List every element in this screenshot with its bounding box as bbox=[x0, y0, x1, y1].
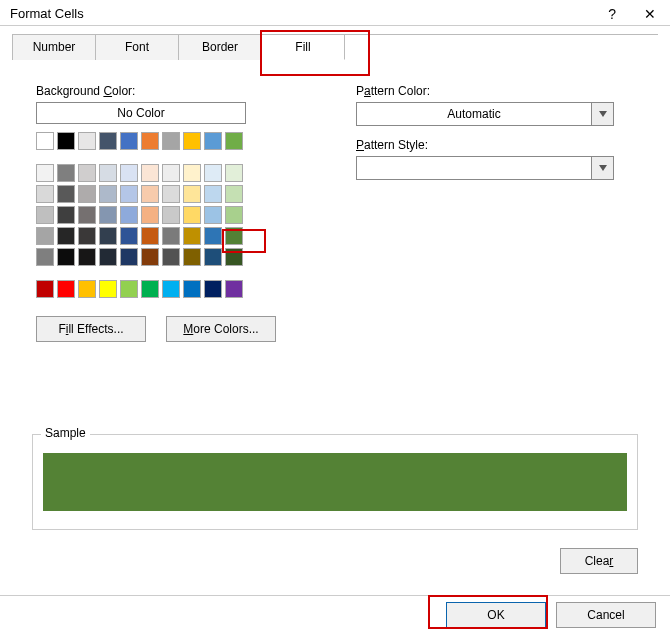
color-swatch[interactable] bbox=[57, 206, 75, 224]
color-swatch[interactable] bbox=[183, 227, 201, 245]
color-swatch[interactable] bbox=[57, 132, 75, 150]
color-swatch[interactable] bbox=[120, 227, 138, 245]
chevron-down-icon bbox=[591, 103, 613, 125]
titlebar: Format Cells ? ✕ bbox=[0, 0, 670, 25]
color-swatch[interactable] bbox=[36, 185, 54, 203]
color-swatch[interactable] bbox=[99, 185, 117, 203]
chevron-down-icon bbox=[591, 157, 613, 179]
sample-group: Sample bbox=[32, 434, 638, 530]
color-swatch[interactable] bbox=[225, 280, 243, 298]
color-swatch[interactable] bbox=[36, 248, 54, 266]
background-color-section: Background Color: No Color Fill Effects.… bbox=[36, 84, 316, 342]
titlebar-divider bbox=[0, 25, 670, 26]
color-swatch[interactable] bbox=[183, 206, 201, 224]
color-swatch[interactable] bbox=[99, 227, 117, 245]
color-swatch[interactable] bbox=[141, 206, 159, 224]
pattern-style-label: Pattern Style: bbox=[356, 138, 626, 152]
color-swatch[interactable] bbox=[57, 164, 75, 182]
color-swatch[interactable] bbox=[162, 185, 180, 203]
color-swatch[interactable] bbox=[141, 227, 159, 245]
color-swatch[interactable] bbox=[204, 164, 222, 182]
color-swatch[interactable] bbox=[162, 206, 180, 224]
color-swatch[interactable] bbox=[36, 132, 54, 150]
dialog-buttons: OK Cancel bbox=[446, 602, 656, 628]
more-colors-button[interactable]: More Colors... bbox=[166, 316, 276, 342]
color-swatch[interactable] bbox=[57, 248, 75, 266]
color-swatch[interactable] bbox=[120, 206, 138, 224]
color-swatch[interactable] bbox=[204, 248, 222, 266]
color-swatch[interactable] bbox=[204, 206, 222, 224]
pattern-color-dropdown[interactable]: Automatic bbox=[356, 102, 614, 126]
color-swatch[interactable] bbox=[162, 280, 180, 298]
color-swatch[interactable] bbox=[162, 227, 180, 245]
color-swatch[interactable] bbox=[36, 280, 54, 298]
color-swatch[interactable] bbox=[183, 248, 201, 266]
fill-effects-button[interactable]: Fill Effects... bbox=[36, 316, 146, 342]
color-swatch[interactable] bbox=[36, 164, 54, 182]
no-color-button[interactable]: No Color bbox=[36, 102, 246, 124]
color-swatch[interactable] bbox=[225, 227, 243, 245]
color-swatch[interactable] bbox=[99, 132, 117, 150]
cancel-button[interactable]: Cancel bbox=[556, 602, 656, 628]
color-palette bbox=[36, 132, 246, 298]
color-swatch[interactable] bbox=[120, 280, 138, 298]
close-button[interactable]: ✕ bbox=[644, 7, 656, 21]
color-swatch[interactable] bbox=[183, 164, 201, 182]
pattern-style-value bbox=[357, 157, 591, 179]
tab-fill[interactable]: Fill bbox=[261, 34, 345, 60]
color-swatch[interactable] bbox=[120, 132, 138, 150]
color-swatch[interactable] bbox=[78, 164, 96, 182]
pattern-section: Pattern Color: Automatic Pattern Style: bbox=[356, 84, 626, 192]
color-swatch[interactable] bbox=[183, 185, 201, 203]
color-swatch[interactable] bbox=[225, 206, 243, 224]
color-swatch[interactable] bbox=[36, 227, 54, 245]
color-swatch[interactable] bbox=[162, 248, 180, 266]
sample-swatch bbox=[43, 453, 627, 511]
color-swatch[interactable] bbox=[204, 227, 222, 245]
color-swatch[interactable] bbox=[78, 248, 96, 266]
color-swatch[interactable] bbox=[225, 132, 243, 150]
color-swatch[interactable] bbox=[141, 248, 159, 266]
color-swatch[interactable] bbox=[36, 206, 54, 224]
color-swatch[interactable] bbox=[78, 185, 96, 203]
sample-label: Sample bbox=[41, 426, 90, 440]
color-swatch[interactable] bbox=[141, 280, 159, 298]
color-swatch[interactable] bbox=[120, 185, 138, 203]
color-swatch[interactable] bbox=[78, 206, 96, 224]
bottom-divider bbox=[0, 595, 670, 596]
color-swatch[interactable] bbox=[99, 164, 117, 182]
help-button[interactable]: ? bbox=[608, 7, 616, 21]
color-swatch[interactable] bbox=[204, 185, 222, 203]
color-swatch[interactable] bbox=[204, 132, 222, 150]
color-swatch[interactable] bbox=[99, 280, 117, 298]
clear-row: Clear bbox=[560, 548, 638, 574]
window-controls: ? ✕ bbox=[608, 7, 660, 21]
color-swatch[interactable] bbox=[162, 164, 180, 182]
color-swatch[interactable] bbox=[162, 132, 180, 150]
color-swatch[interactable] bbox=[141, 164, 159, 182]
ok-button[interactable]: OK bbox=[446, 602, 546, 628]
color-swatch[interactable] bbox=[225, 185, 243, 203]
color-swatch[interactable] bbox=[204, 280, 222, 298]
color-swatch[interactable] bbox=[57, 227, 75, 245]
clear-button[interactable]: Clear bbox=[560, 548, 638, 574]
pattern-style-dropdown[interactable] bbox=[356, 156, 614, 180]
color-swatch[interactable] bbox=[120, 164, 138, 182]
color-swatch[interactable] bbox=[99, 206, 117, 224]
color-swatch[interactable] bbox=[141, 185, 159, 203]
color-swatch[interactable] bbox=[78, 227, 96, 245]
pattern-color-label: Pattern Color: bbox=[356, 84, 626, 98]
color-swatch[interactable] bbox=[99, 248, 117, 266]
color-swatch[interactable] bbox=[78, 132, 96, 150]
color-swatch[interactable] bbox=[57, 280, 75, 298]
color-swatch[interactable] bbox=[141, 132, 159, 150]
color-swatch[interactable] bbox=[225, 248, 243, 266]
background-color-label: Background Color: bbox=[36, 84, 316, 98]
color-swatch[interactable] bbox=[183, 280, 201, 298]
color-swatch[interactable] bbox=[78, 280, 96, 298]
color-swatch[interactable] bbox=[120, 248, 138, 266]
color-swatch[interactable] bbox=[225, 164, 243, 182]
color-swatch[interactable] bbox=[183, 132, 201, 150]
palette-buttons-row: Fill Effects... More Colors... bbox=[36, 316, 316, 342]
color-swatch[interactable] bbox=[57, 185, 75, 203]
